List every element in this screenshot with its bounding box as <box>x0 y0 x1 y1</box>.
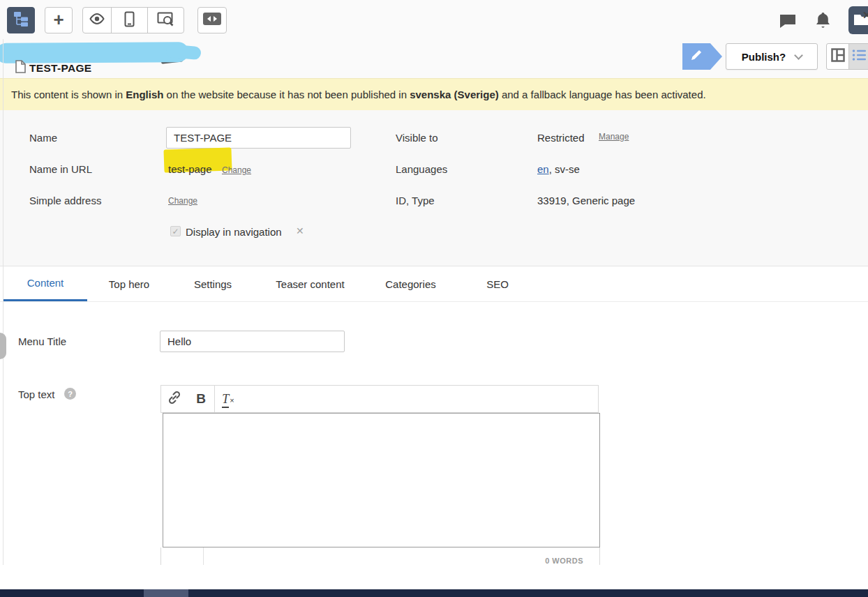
change-url-link[interactable]: Change <box>222 165 251 175</box>
banner-text: This content is shown in English on the … <box>11 89 706 100</box>
display-in-navigation-label: Display in navigation <box>186 226 282 238</box>
menu-title-input[interactable] <box>160 331 345 352</box>
fallback-language-banner: This content is shown in English on the … <box>0 78 868 110</box>
screen-preview-button[interactable] <box>147 8 184 33</box>
add-content-button[interactable]: + <box>45 7 73 33</box>
publish-button[interactable]: Publish? <box>726 43 818 70</box>
viewport-gap <box>0 565 868 589</box>
manage-visibility-link[interactable]: Manage <box>599 132 629 142</box>
chevron-down-icon <box>794 51 803 60</box>
visible-to-label: Visible to <box>396 132 438 144</box>
bell-icon <box>815 19 831 31</box>
statusbar-divider <box>203 547 204 566</box>
name-input[interactable] <box>166 127 351 149</box>
taskbar-strip <box>0 589 868 597</box>
page-title-row: TEST-PAGE <box>15 60 91 76</box>
id-type-value: 33919, Generic page <box>537 195 635 206</box>
view-toggle-group <box>826 43 868 70</box>
link-icon <box>167 390 182 408</box>
menu-title-label: Menu Title <box>18 335 66 347</box>
tab-bar: Content Top hero Settings Teaser content… <box>0 266 868 302</box>
change-simple-address-link[interactable]: Change <box>168 196 197 206</box>
notifications-button[interactable] <box>815 11 831 31</box>
tab-settings[interactable]: Settings <box>190 266 236 301</box>
clear-formatting-icon: T× <box>222 393 234 406</box>
taskbar-left <box>0 589 144 597</box>
languages-label: Languages <box>396 163 447 175</box>
tab-teaser-content[interactable]: Teaser content <box>270 266 350 301</box>
taskbar-active-segment[interactable] <box>144 589 188 597</box>
preview-mode-group <box>82 7 184 33</box>
help-icon[interactable]: ? <box>64 388 76 400</box>
languages-value: en, sv-se <box>537 163 580 175</box>
bold-button[interactable]: B <box>188 386 214 412</box>
split-view-button[interactable] <box>827 44 848 69</box>
bold-icon: B <box>196 391 206 407</box>
name-label: Name <box>29 132 57 144</box>
preview-eye-button[interactable] <box>83 8 111 33</box>
eye-icon <box>89 13 105 27</box>
banner-close-icon[interactable]: ✕ <box>862 9 868 22</box>
rich-text-statusbar: 0 WORDS <box>160 547 600 566</box>
screen-magnifier-icon <box>157 12 174 29</box>
word-count: 0 WORDS <box>545 557 583 565</box>
mobile-device-icon <box>124 11 135 30</box>
display-in-navigation-checkbox[interactable]: ✓ <box>170 226 181 236</box>
publish-label: Publish? <box>742 51 786 63</box>
tab-content[interactable]: Content <box>3 266 87 301</box>
clear-formatting-button[interactable]: T× <box>215 386 241 412</box>
name-in-url-label: Name in URL <box>29 163 92 175</box>
reset-value-icon[interactable]: ✕ <box>296 225 304 236</box>
simple-address-label: Simple address <box>29 195 101 206</box>
rich-text-editarea[interactable] <box>163 413 600 547</box>
split-view-icon <box>831 48 845 65</box>
compare-arrows-icon <box>203 13 221 28</box>
insert-link-button[interactable] <box>161 386 188 412</box>
plus-icon: + <box>53 10 63 29</box>
list-view-icon <box>852 49 867 64</box>
pencil-icon <box>689 48 703 65</box>
list-view-button[interactable] <box>848 44 868 69</box>
page-doc-icon <box>15 60 26 76</box>
language-other: , sv-se <box>549 163 580 175</box>
visible-to-value: Restricted <box>537 132 585 144</box>
chat-button[interactable] <box>779 13 797 31</box>
cms-edit-screen: + <box>0 0 868 597</box>
page-tree-button[interactable] <box>7 7 35 33</box>
name-in-url-value: test-page <box>168 163 212 175</box>
page-title: TEST-PAGE <box>29 62 91 75</box>
tab-categories[interactable]: Categories <box>381 266 440 301</box>
navigation-pane-edge <box>3 39 3 565</box>
id-type-label: ID, Type <box>396 195 435 206</box>
navigation-pane-handle[interactable] <box>0 333 6 359</box>
mobile-preview-button[interactable] <box>111 8 148 33</box>
tab-seo[interactable]: SEO <box>485 266 510 301</box>
check-icon: ✓ <box>172 227 179 236</box>
page-tree-icon <box>13 11 29 29</box>
page-properties-panel: Name Name in URL test-page Change Simple… <box>0 110 868 266</box>
chat-bubble-icon <box>779 19 797 31</box>
tab-top-hero[interactable]: Top hero <box>106 266 152 301</box>
rich-text-toolbar: B T× <box>160 385 599 413</box>
top-text-label: Top text <box>18 388 55 400</box>
compare-button[interactable] <box>197 7 227 33</box>
language-en-link[interactable]: en <box>537 163 549 175</box>
